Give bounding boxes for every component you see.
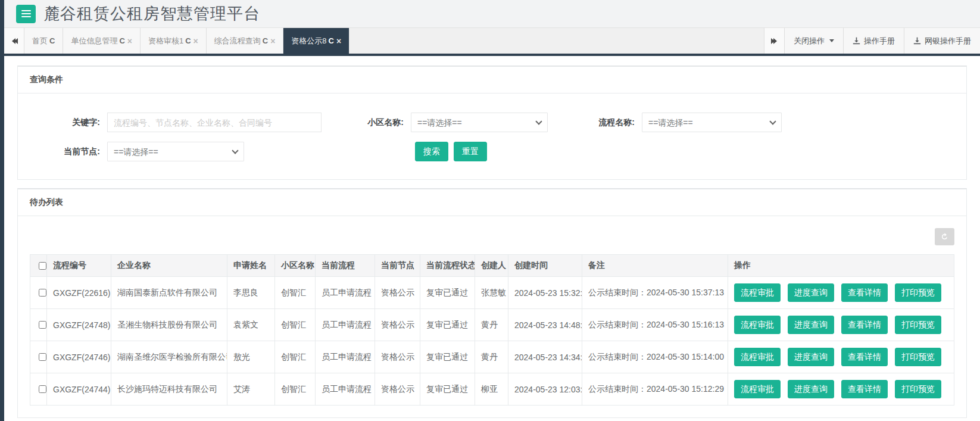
tab[interactable]: 单位信息管理 C × <box>63 28 141 54</box>
col-header-company: 企业名称 <box>111 255 227 277</box>
cell-company: 长沙施玛特迈科技有限公司 <box>111 373 227 406</box>
row-checkbox[interactable] <box>39 321 46 329</box>
progress-query-button[interactable]: 进度查询 <box>788 316 834 334</box>
print-preview-button[interactable]: 打印预览 <box>895 380 941 398</box>
print-preview-button[interactable]: 打印预览 <box>895 283 941 302</box>
cell-node: 资格公示 <box>375 277 420 309</box>
cell-remark: 公示结束时间：2024-05-30 15:37:13 <box>582 277 728 309</box>
row-checkbox[interactable] <box>39 385 46 393</box>
tab[interactable]: 首页 C <box>24 28 63 54</box>
tabs-scroll-left-icon[interactable] <box>4 28 24 54</box>
query-panel: 查询条件 关键字: 小区名称: ==请选择== <box>17 66 967 180</box>
cell-community: 创智汇 <box>275 309 316 341</box>
cell-flow: 员工申请流程 <box>316 277 375 309</box>
col-header-node: 当前节点 <box>375 255 420 277</box>
flow-approve-button[interactable]: 流程审批 <box>734 348 781 366</box>
col-header-remark: 备注 <box>582 255 728 277</box>
print-preview-button[interactable]: 打印预览 <box>895 348 941 366</box>
refresh-button[interactable] <box>935 228 954 245</box>
tab-close-icon[interactable]: × <box>336 36 341 46</box>
search-button[interactable]: 搜索 <box>415 142 448 161</box>
cell-remark: 公示结束时间：2024-05-30 15:14:00 <box>582 341 728 373</box>
tab-close-icon[interactable]: × <box>127 36 132 46</box>
main-content: 查询条件 关键字: 小区名称: ==请选择== <box>4 56 980 421</box>
app-title: 麓谷租赁公租房智慧管理平台 <box>43 3 260 24</box>
tab-refresh-icon[interactable]: C <box>119 36 124 45</box>
flow-name-select[interactable]: ==请选择== <box>642 113 782 132</box>
tab-refresh-icon[interactable]: C <box>49 36 55 45</box>
download-icon <box>853 37 860 45</box>
tab-label: 单位信息管理 <box>71 36 117 46</box>
tab-refresh-icon[interactable]: C <box>263 36 268 45</box>
todo-table: 流程编号 企业名称 申请姓名 小区名称 当前流程 当前节点 当前流程状态 创建人… <box>30 254 954 406</box>
row-checkbox[interactable] <box>39 289 46 297</box>
keyword-input[interactable] <box>107 113 322 132</box>
cell-company: 湖南圣维尔医学检验所有限公司 <box>111 341 227 373</box>
menu-toggle-button[interactable] <box>16 5 36 23</box>
cell-company: 圣湘生物科技股份有限公司 <box>111 309 227 341</box>
tab[interactable]: 综合流程查询 C × <box>207 28 284 54</box>
cell-node: 资格公示 <box>375 373 420 406</box>
view-details-button[interactable]: 查看详情 <box>841 283 888 302</box>
flow-name-label: 流程名称: <box>548 117 642 128</box>
view-details-button[interactable]: 查看详情 <box>841 316 888 334</box>
col-header-status: 当前流程状态 <box>420 255 475 277</box>
tab-close-icon[interactable]: × <box>270 36 275 46</box>
community-label: 小区名称: <box>322 117 411 128</box>
flow-approve-button[interactable]: 流程审批 <box>734 316 781 334</box>
progress-query-button[interactable]: 进度查询 <box>788 283 834 302</box>
row-checkbox[interactable] <box>39 353 46 361</box>
tab-label: 资格公示8 <box>291 36 326 46</box>
print-preview-button[interactable]: 打印预览 <box>895 316 941 334</box>
page: 麓谷租赁公租房智慧管理平台 首页 C 单位信息管理 C × 资格审核1 C × … <box>4 0 980 421</box>
tabbar-actions: 关闭操作 操作手册 网银操作手册 <box>764 28 980 54</box>
chevron-down-icon <box>829 39 834 42</box>
cell-creator: 黄丹 <box>475 341 508 373</box>
community-select[interactable]: ==请选择== <box>411 113 548 132</box>
cell-status: 复审已通过 <box>420 309 475 341</box>
manual-label: 操作手册 <box>864 36 895 46</box>
col-header-created-at: 创建时间 <box>508 255 582 277</box>
tab-label: 综合流程查询 <box>214 36 261 46</box>
close-operations-label: 关闭操作 <box>794 36 825 46</box>
col-header-creator: 创建人 <box>475 255 508 277</box>
cell-created-at: 2024-05-23 14:34:35 <box>508 341 582 373</box>
cell-code: GXGZF(24744) <box>47 373 111 406</box>
cell-community: 创智汇 <box>275 277 316 309</box>
cell-creator: 黄丹 <box>475 309 508 341</box>
cell-code: GXGZF(24746) <box>47 341 111 373</box>
download-icon <box>913 37 921 45</box>
tab[interactable]: 资格公示8 C × <box>283 28 349 54</box>
current-node-select[interactable]: ==请选择== <box>107 142 244 161</box>
reset-button[interactable]: 重置 <box>454 142 487 161</box>
tab-label: 首页 <box>32 36 48 46</box>
col-header-operations: 操作 <box>728 255 954 277</box>
flow-approve-button[interactable]: 流程审批 <box>734 283 781 302</box>
cell-creator: 柳亚 <box>475 373 508 406</box>
bank-manual-label: 网银操作手册 <box>925 36 971 46</box>
view-details-button[interactable]: 查看详情 <box>841 348 888 366</box>
refresh-icon <box>940 232 949 241</box>
progress-query-button[interactable]: 进度查询 <box>788 348 834 366</box>
cell-community: 创智汇 <box>275 341 316 373</box>
tab[interactable]: 资格审核1 C × <box>141 28 207 54</box>
flow-approve-button[interactable]: 流程审批 <box>734 380 781 398</box>
cell-flow: 员工申请流程 <box>316 341 375 373</box>
tab-refresh-icon[interactable]: C <box>329 36 334 45</box>
close-operations-dropdown[interactable]: 关闭操作 <box>784 28 843 54</box>
cell-created-at: 2024-05-23 12:03:16 <box>508 373 582 406</box>
cell-operations: 流程审批 进度查询 查看详情 打印预览 <box>728 341 954 373</box>
cell-remark: 公示结束时间：2024-05-30 15:16:13 <box>582 309 728 341</box>
tab-refresh-icon[interactable]: C <box>185 36 191 45</box>
progress-query-button[interactable]: 进度查询 <box>788 380 834 398</box>
tab-close-icon[interactable]: × <box>193 36 198 46</box>
cell-flow: 员工申请流程 <box>316 373 375 406</box>
manual-download-button[interactable]: 操作手册 <box>843 28 904 54</box>
bank-manual-download-button[interactable]: 网银操作手册 <box>904 28 980 54</box>
col-header-flow: 当前流程 <box>316 255 375 277</box>
tabs-scroll-right-icon[interactable] <box>764 28 784 54</box>
table-row: GXGZF(24744) 长沙施玛特迈科技有限公司 艾涛 创智汇 员工申请流程 … <box>30 373 954 406</box>
cell-creator: 张慧敏 <box>475 277 508 309</box>
view-details-button[interactable]: 查看详情 <box>841 380 888 398</box>
select-all-checkbox[interactable] <box>39 262 46 270</box>
